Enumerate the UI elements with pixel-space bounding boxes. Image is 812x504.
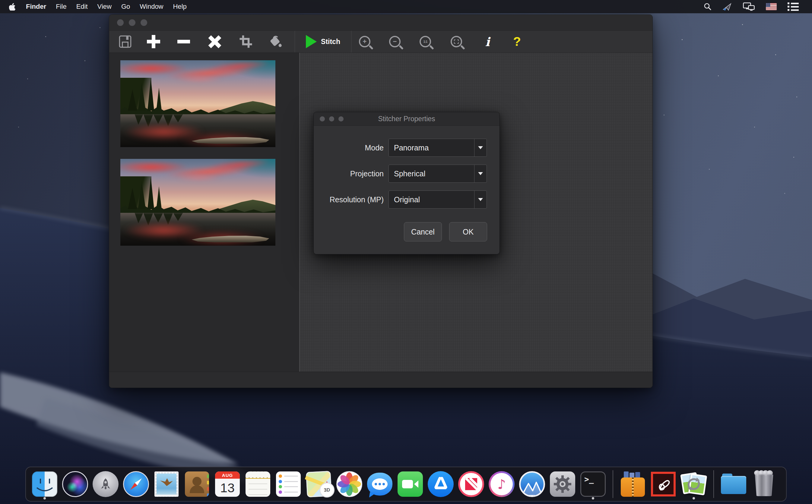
crop-button[interactable] <box>235 31 256 52</box>
resolution-field-row: Resolution (MP) Original <box>314 190 500 209</box>
dialog-close-button[interactable] <box>320 116 325 121</box>
contacts-icon <box>185 471 209 497</box>
maps-icon: 3D <box>306 471 332 497</box>
paper-plane-icon[interactable] <box>722 2 732 11</box>
close-window-button[interactable] <box>117 19 124 26</box>
terminal-icon: >_ <box>580 471 606 497</box>
help-button[interactable]: ? <box>507 31 527 52</box>
apple-logo-icon <box>9 3 16 11</box>
mode-label: Mode <box>314 143 384 152</box>
dock-archiver[interactable] <box>619 468 647 500</box>
dock-app-store[interactable] <box>427 468 455 500</box>
dock-system-preferences[interactable] <box>549 468 577 500</box>
news-icon <box>458 471 484 497</box>
dock-notes[interactable] <box>244 468 272 500</box>
resolution-select-arrow[interactable] <box>474 191 487 208</box>
projection-select-arrow[interactable] <box>474 165 487 182</box>
chevron-down-icon <box>478 198 483 201</box>
calendar-day: 13 <box>215 479 240 497</box>
dialog-title-bar[interactable]: Stitcher Properties <box>314 112 500 126</box>
minimize-window-button[interactable] <box>129 19 135 26</box>
projection-value: Spherical <box>389 165 474 182</box>
dock-terminal[interactable]: >_ <box>579 468 607 500</box>
zoom-out-button[interactable]: − <box>384 31 405 52</box>
delete-all-button[interactable] <box>204 31 225 52</box>
dock-finder[interactable] <box>31 468 58 500</box>
image-list-panel[interactable] <box>109 53 299 372</box>
menu-item-go[interactable]: Go <box>116 0 135 13</box>
display-mirroring-icon[interactable] <box>743 2 755 11</box>
safari-icon <box>123 471 149 497</box>
thumbnail-image-2[interactable] <box>120 159 275 246</box>
menu-item-finder[interactable]: Finder <box>21 0 51 13</box>
zoom-window-button[interactable] <box>141 19 147 26</box>
x-icon <box>208 35 221 48</box>
menu-item-file[interactable]: File <box>51 0 71 13</box>
spotlight-search-icon[interactable] <box>704 3 712 11</box>
save-button[interactable] <box>115 31 136 52</box>
dock-acrobat[interactable] <box>649 468 677 500</box>
running-indicator <box>43 497 46 499</box>
reminders-icon <box>276 471 301 497</box>
floppy-disk-icon <box>118 35 132 48</box>
dock-messages[interactable] <box>366 468 393 500</box>
dock-trash[interactable] <box>750 468 778 500</box>
info-button[interactable]: i <box>478 31 497 52</box>
dock-image-converter[interactable] <box>680 468 708 500</box>
fill-button[interactable] <box>265 31 286 52</box>
dock-launchpad[interactable] <box>92 468 119 500</box>
add-image-button[interactable] <box>143 31 164 52</box>
dialog-minimize-button[interactable] <box>329 116 334 121</box>
calendar-month: AUG <box>215 471 240 479</box>
archiver-icon <box>621 471 645 497</box>
remove-image-button[interactable] <box>173 31 194 52</box>
cancel-button[interactable]: Cancel <box>404 222 442 241</box>
dialog-zoom-button[interactable] <box>338 116 343 121</box>
menu-bar: Finder File Edit View Go Window Help <box>0 0 812 13</box>
thumb-trees <box>127 175 189 209</box>
zoom-actual-size-icon: 1:1 <box>420 36 431 47</box>
window-title-bar[interactable] <box>109 15 653 30</box>
dock-mountain-app[interactable] <box>518 468 546 500</box>
dock-facetime[interactable] <box>396 468 424 500</box>
maps-3d-badge: 3D <box>319 482 335 498</box>
photos-icon <box>336 471 362 497</box>
ok-button[interactable]: OK <box>449 222 487 241</box>
zoom-in-button[interactable]: + <box>354 31 375 52</box>
toolbar: Stitch + − 1:1 i ? <box>109 30 653 53</box>
dock-contacts[interactable] <box>183 468 211 500</box>
menu-item-edit[interactable]: Edit <box>71 0 93 13</box>
dock-calendar[interactable]: AUG 13 <box>213 468 241 500</box>
us-flag-input-source-icon[interactable] <box>766 3 777 10</box>
menu-item-help[interactable]: Help <box>168 0 191 13</box>
dock-maps[interactable]: 3D <box>305 468 333 500</box>
zoom-actual-size-button[interactable]: 1:1 <box>415 31 436 52</box>
list-menu-icon[interactable] <box>788 2 799 11</box>
resolution-select[interactable]: Original <box>388 191 487 209</box>
menu-item-window[interactable]: Window <box>135 0 168 13</box>
apple-menu[interactable] <box>7 3 21 11</box>
stitch-button[interactable]: Stitch <box>295 31 351 52</box>
thumbnail-image-1[interactable] <box>120 60 275 147</box>
app-store-icon <box>428 471 454 497</box>
dock-siri[interactable] <box>61 468 89 500</box>
zoom-fit-button[interactable] <box>446 31 467 52</box>
menu-item-view[interactable]: View <box>93 0 116 13</box>
dock-itunes[interactable]: ♪ <box>488 468 516 500</box>
system-preferences-icon <box>550 471 575 497</box>
mode-select-arrow[interactable] <box>474 139 487 156</box>
dock-mail[interactable] <box>153 468 180 500</box>
projection-select[interactable]: Spherical <box>388 165 487 183</box>
dock-photos[interactable] <box>335 468 363 500</box>
menu-bar-left: Finder File Edit View Go Window Help <box>0 0 191 13</box>
dock-news[interactable] <box>457 468 485 500</box>
dock-safari[interactable] <box>122 468 150 500</box>
mode-field-row: Mode Panorama <box>314 138 500 157</box>
siri-icon <box>62 471 88 497</box>
dock-folder[interactable] <box>720 468 747 500</box>
stitcher-properties-dialog: Stitcher Properties Mode Panorama Projec… <box>313 112 500 254</box>
mode-select[interactable]: Panorama <box>388 139 487 157</box>
itunes-icon: ♪ <box>489 471 515 497</box>
dock-reminders[interactable] <box>274 468 302 500</box>
zoom-out-icon: − <box>389 36 400 47</box>
